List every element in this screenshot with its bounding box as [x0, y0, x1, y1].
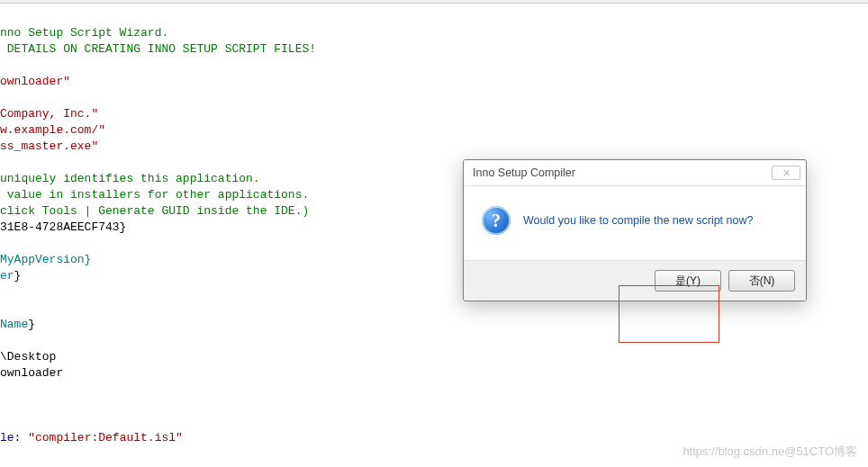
- yes-button[interactable]: 是(Y): [655, 270, 721, 292]
- code-string: Company, Inc.": [0, 107, 98, 121]
- code-text: \Desktop: [0, 350, 56, 364]
- code-comment: DETAILS ON CREATING INNO SETUP SCRIPT FI…: [0, 42, 316, 56]
- compile-prompt-dialog: Inno Setup Compiler ✕ ? Would you like t…: [463, 159, 807, 301]
- code-variable: er: [0, 269, 14, 283]
- dialog-title: Inno Setup Compiler: [473, 165, 575, 181]
- code-string: "compiler:Default.isl": [28, 431, 183, 445]
- code-string: ss_master.exe": [0, 139, 98, 153]
- code-brace: }: [28, 318, 35, 331]
- dialog-titlebar[interactable]: Inno Setup Compiler ✕: [464, 160, 806, 185]
- code-separator: :: [14, 431, 29, 445]
- question-icon: ?: [482, 206, 511, 235]
- code-variable: Name: [0, 318, 28, 331]
- code-keyword: le: [0, 431, 14, 445]
- code-text: ownloader: [0, 366, 63, 380]
- code-comment: uniquely identifies this application.: [0, 172, 260, 185]
- code-variable: MyAppVersion}: [0, 253, 91, 266]
- close-icon: ✕: [782, 165, 791, 181]
- code-comment: nno Setup Script Wizard.: [0, 26, 168, 40]
- dialog-message: Would you like to compile the new script…: [523, 212, 753, 229]
- code-text: 31E8-4728AEECF743}: [0, 220, 126, 234]
- question-icon-glyph: ?: [482, 206, 511, 235]
- code-string: w.example.com/": [0, 123, 105, 137]
- code-comment: value in installers for other applicatio…: [0, 188, 309, 202]
- editor-toolbar-divider: [0, 0, 868, 4]
- code-brace: }: [14, 269, 22, 283]
- code-editor-viewport: nno Setup Script Wizard. DETAILS ON CREA…: [0, 9, 316, 446]
- watermark-text: https://blog.csdn.ne@51CTO博客: [683, 444, 857, 460]
- code-comment: click Tools | Generate GUID inside the I…: [0, 204, 309, 218]
- dialog-button-row: 是(Y) 否(N): [464, 260, 806, 301]
- dialog-body: ? Would you like to compile the new scri…: [464, 185, 806, 260]
- close-button[interactable]: ✕: [772, 166, 800, 180]
- no-button[interactable]: 否(N): [728, 270, 795, 292]
- code-string: ownloader": [0, 75, 70, 88]
